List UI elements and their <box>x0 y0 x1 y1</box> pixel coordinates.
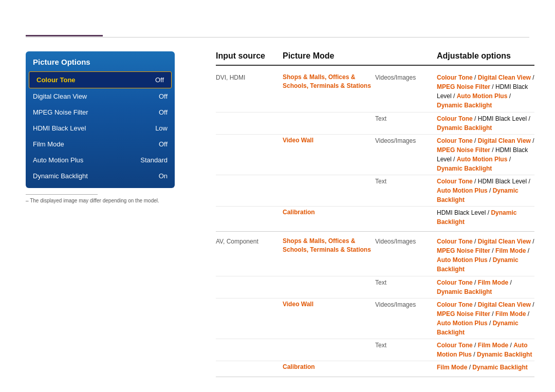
adjustable-option: Colour Tone <box>437 115 473 122</box>
adjustable-separator: / <box>473 279 478 286</box>
menu-item-auto-motion-plus[interactable]: Auto Motion PlusStandard <box>26 152 175 168</box>
cell-content-type: Videos/Images <box>375 136 437 144</box>
adjustable-separator: / <box>473 74 478 81</box>
adjustable-separator: / <box>488 187 493 194</box>
table-row: TextColour Tone / HDMI Black Level / Dyn… <box>216 112 534 134</box>
adjustable-option: Dynamic Backlight <box>437 102 492 109</box>
adjustable-option: Colour Tone <box>437 301 473 308</box>
adjustable-separator: / <box>473 342 478 349</box>
table-row: Video WallVideos/ImagesColour Tone / Dig… <box>216 134 534 175</box>
cell-adjustable: Colour Tone / Film Mode / Dynamic Backli… <box>437 278 534 296</box>
adjustable-option: Digital Clean View <box>478 238 531 245</box>
menu-item-hdmi-black-level[interactable]: HDMI Black LevelLow <box>26 120 175 136</box>
adjustable-separator: / <box>490 310 495 318</box>
adjustable-option: Film Mode <box>495 310 526 318</box>
adjustable-separator: / <box>488 256 493 264</box>
cell-content-type <box>375 363 437 364</box>
adjustable-separator: / <box>508 279 512 286</box>
menu-item-label: MPEG Noise Filter <box>33 108 88 116</box>
right-area: Input source Picture Mode Adjustable opt… <box>216 51 534 377</box>
table-row: TextColour Tone / Film Mode / Dynamic Ba… <box>216 276 534 298</box>
cell-adjustable: Colour Tone / HDMI Black Level / Dynamic… <box>437 114 534 133</box>
table-row: Video WallVideos/ImagesColour Tone / Dig… <box>216 298 534 339</box>
menu-item-value: Off <box>159 108 168 116</box>
adjustable-option: Colour Tone <box>437 238 473 245</box>
cell-input-source <box>216 278 283 279</box>
menu-item-label: HDMI Black Level <box>33 124 86 132</box>
adjustable-separator: / <box>526 247 529 254</box>
cell-picture-mode: Calibration <box>283 208 375 217</box>
menu-item-value: Off <box>159 140 168 148</box>
cell-content-type: Text <box>375 177 437 185</box>
adjustable-option: Digital Clean View <box>478 137 531 144</box>
table-row: CalibrationHDMI Black Level / Dynamic Ba… <box>216 206 534 228</box>
adjustable-separator: / HDMI Black Level / <box>473 115 530 122</box>
menu-item-mpeg-noise-filter[interactable]: MPEG Noise FilterOff <box>26 104 175 120</box>
col-header-empty <box>375 51 437 61</box>
footnote-line <box>26 194 98 195</box>
adjustable-option: Dynamic Backlight <box>472 364 527 371</box>
adjustable-option: Film Mode <box>495 247 526 254</box>
cell-input-source <box>216 341 283 342</box>
cell-input-source: AV, Component <box>216 237 283 245</box>
adjustable-separator: / <box>490 247 495 254</box>
cell-input-source <box>216 300 283 301</box>
adjustable-option: Auto Motion Plus <box>437 320 488 327</box>
adjustable-option: Digital Clean View <box>478 74 531 81</box>
cell-content-type: Videos/Images <box>375 300 437 308</box>
adjustable-option: Colour Tone <box>437 137 473 144</box>
adjustable-separator: / <box>526 310 529 318</box>
adjustable-option: Film Mode <box>478 342 508 349</box>
adjustable-option: Colour Tone <box>437 178 473 185</box>
menu-item-dynamic-backlight[interactable]: Dynamic BacklightOn <box>26 168 175 184</box>
adjustable-separator: / <box>473 137 478 144</box>
table-row: TextColour Tone / HDMI Black Level / Aut… <box>216 175 534 206</box>
adjustable-option: Dynamic Backlight <box>477 351 532 358</box>
menu-items-container: Colour ToneOffDigital Clean ViewOffMPEG … <box>26 71 175 184</box>
adjustable-option: Auto Motion Plus <box>457 92 508 100</box>
menu-item-digital-clean-view[interactable]: Digital Clean ViewOff <box>26 88 175 104</box>
cell-adjustable: Colour Tone / Film Mode / Auto Motion Pl… <box>437 341 534 359</box>
cell-adjustable: Colour Tone / Digital Clean View / MPEG … <box>437 237 534 274</box>
cell-adjustable: Colour Tone / Digital Clean View / MPEG … <box>437 136 534 173</box>
adjustable-separator: / <box>531 238 534 245</box>
adjustable-separator: / <box>507 92 511 100</box>
menu-item-value: On <box>159 172 168 180</box>
table-row: AV, ComponentShops & Malls, Offices & Sc… <box>216 235 534 276</box>
menu-item-film-mode[interactable]: Film ModeOff <box>26 136 175 152</box>
adjustable-separator: / <box>531 137 534 144</box>
adjustable-separator: / <box>507 156 511 163</box>
adjustable-separator: / <box>472 351 477 358</box>
cell-content-type <box>375 208 437 209</box>
adjustable-option: MPEG Noise Filter <box>437 146 490 154</box>
menu-item-label: Colour Tone <box>36 76 76 84</box>
adjustable-option: Film Mode <box>478 279 508 286</box>
table-row: CalibrationFilm Mode / Dynamic Backlight <box>216 361 534 374</box>
cell-adjustable: Colour Tone / HDMI Black Level / Auto Mo… <box>437 177 534 204</box>
adjustable-option: MPEG Noise Filter <box>437 247 490 254</box>
adjustable-separator: / <box>467 364 472 371</box>
adjustable-separator: / <box>488 320 493 327</box>
cell-input-source <box>216 114 283 115</box>
table-row: DVI, HDMIShops & Malls, Offices & School… <box>216 71 534 112</box>
table-body: DVI, HDMIShops & Malls, Offices & School… <box>216 68 534 377</box>
adjustable-option: Auto Motion Plus <box>457 156 508 163</box>
cell-input-source <box>216 363 283 364</box>
cell-content-type: Text <box>375 114 437 122</box>
menu-item-colour-tone[interactable]: Colour ToneOff <box>29 71 172 88</box>
cell-input-source <box>216 136 283 137</box>
menu-item-label: Dynamic Backlight <box>33 172 88 180</box>
adjustable-separator: / <box>508 342 513 349</box>
adjustable-separator: / <box>473 238 478 245</box>
menu-item-value: Low <box>155 124 168 132</box>
table-header: Input source Picture Mode Adjustable opt… <box>216 51 534 66</box>
adjustable-separator: / <box>473 301 478 308</box>
adjustable-separator: / <box>531 301 534 308</box>
cell-picture-mode: Shops & Malls, Offices & Schools, Termin… <box>283 237 375 254</box>
cell-adjustable: HDMI Black Level / Dynamic Backlight <box>437 208 534 227</box>
adjustable-option: Digital Clean View <box>478 301 531 308</box>
adjustable-option: Dynamic Backlight <box>437 165 492 172</box>
col-header-input: Input source <box>216 51 283 61</box>
menu-item-value: Off <box>155 76 164 84</box>
menu-item-label: Film Mode <box>33 140 64 148</box>
